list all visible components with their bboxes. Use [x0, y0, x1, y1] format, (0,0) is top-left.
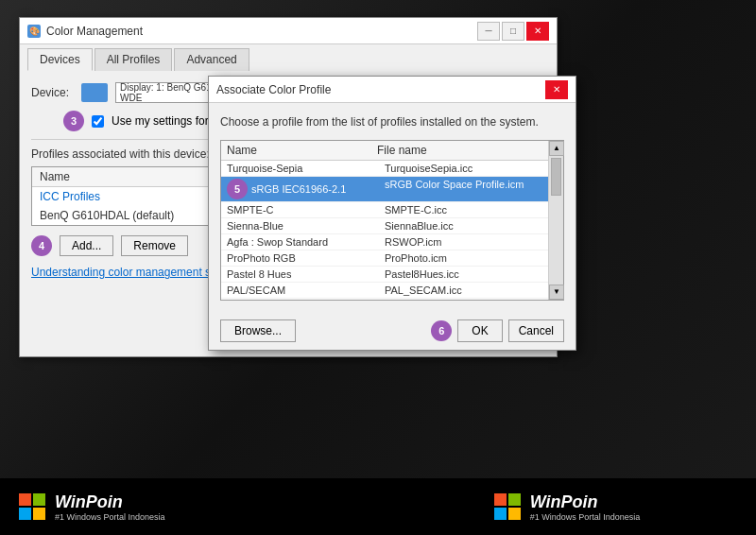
dialog-footer: Browse... 6 OK Cancel: [209, 312, 576, 350]
profile-filename-4: RSWOP.icm: [385, 236, 542, 248]
profile-list-inner: Name File name Turquoise-Sepia Turquoise…: [221, 141, 548, 300]
dialog-title: Associate Color Profile: [216, 83, 545, 96]
profile-filename-2: SMPTE-C.icc: [385, 204, 542, 216]
step-5-badge: 5: [227, 179, 248, 199]
dialog-body: Choose a profile from the list of profil…: [209, 103, 576, 312]
profile-row-0[interactable]: Turquoise-Sepia TurquoiseSepia.icc: [221, 161, 548, 177]
winpoin-bar: WinPoin #1 Windows Portal Indonesia WinP…: [0, 478, 756, 535]
profile-filename-3: SiennaBlue.icc: [385, 220, 542, 232]
profile-name-4: Agfa : Swop Standard: [227, 236, 385, 248]
profile-row-1[interactable]: 5 sRGB IEC61966-2.1 sRGB Color Space Pro…: [221, 177, 548, 202]
profile-row-2[interactable]: SMPTE-C SMPTE-C.icc: [221, 202, 548, 218]
window-icon: [27, 25, 41, 38]
titlebar-controls: ─ □ ✕: [477, 22, 549, 41]
window-title: Color Management: [46, 25, 472, 38]
profile-name-6: Pastel 8 Hues: [227, 268, 385, 280]
associate-color-profile-dialog: Associate Color Profile ✕ Choose a profi…: [208, 76, 576, 351]
cancel-button[interactable]: Cancel: [508, 319, 564, 342]
profile-row-8[interactable]: InternWeb Control (A...) InternWebContro…: [221, 299, 548, 300]
profile-list-wrapper: Name File name Turquoise-Sepia Turquoise…: [220, 140, 564, 301]
step-4-badge: 4: [31, 235, 52, 256]
col-name-header: Name: [227, 144, 377, 157]
scrollbar[interactable]: ▲ ▼: [548, 141, 563, 300]
profile-filename-5: ProPhoto.icm: [385, 252, 542, 264]
step-3-badge: 3: [63, 111, 84, 131]
profile-row-6[interactable]: Pastel 8 Hues Pastel8Hues.icc: [221, 267, 548, 283]
scroll-down-arrow[interactable]: ▼: [549, 285, 564, 300]
window-close-button[interactable]: ✕: [526, 22, 549, 41]
profile-name-5: ProPhoto RGB: [227, 252, 385, 264]
tab-devices[interactable]: Devices: [27, 48, 93, 71]
profile-name-7: PAL/SECAM: [227, 285, 385, 296]
use-my-settings-checkbox[interactable]: [92, 115, 104, 128]
tab-advanced[interactable]: Advanced: [174, 48, 249, 71]
profile-row-4[interactable]: Agfa : Swop Standard RSWOP.icm: [221, 234, 548, 250]
step-6-badge: 6: [431, 320, 452, 341]
profile-row-3[interactable]: Sienna-Blue SiennaBlue.icc: [221, 218, 548, 234]
winpoin-right-brand: WinPoin #1 Windows Portal Indonesia: [378, 492, 756, 522]
profile-name-2: SMPTE-C: [227, 204, 385, 216]
dialog-close-button[interactable]: ✕: [545, 80, 568, 99]
winpoin-text-right: WinPoin #1 Windows Portal Indonesia: [530, 492, 641, 522]
minimize-button[interactable]: ─: [477, 22, 500, 41]
col-filename-header: File name: [377, 144, 527, 157]
profile-filename-6: Pastel8Hues.icc: [385, 268, 542, 280]
winpoin-left-brand: WinPoin #1 Windows Portal Indonesia: [0, 492, 378, 522]
remove-button[interactable]: Remove: [121, 235, 188, 256]
scroll-thumb[interactable]: [551, 158, 561, 196]
profile-name-0: Turquoise-Sepia: [227, 163, 385, 174]
ok-cancel-row: 6 OK Cancel: [431, 319, 564, 342]
profile-row-7[interactable]: PAL/SECAM PAL_SECAM.icc: [221, 283, 548, 299]
dialog-titlebar: Associate Color Profile ✕: [209, 77, 576, 103]
maximize-button[interactable]: □: [502, 22, 524, 41]
profile-row-5[interactable]: ProPhoto RGB ProPhoto.icm: [221, 250, 548, 267]
profile-name-3: Sienna-Blue: [227, 220, 385, 232]
ok-button[interactable]: OK: [457, 319, 502, 342]
profile-list-header: Name File name: [221, 141, 548, 161]
winpoin-logo-icon-left: [19, 493, 45, 520]
profile-name-1: sRGB IEC61966-2.1: [251, 183, 346, 195]
add-button[interactable]: Add...: [60, 235, 113, 256]
browse-button[interactable]: Browse...: [220, 319, 296, 342]
dialog-description: Choose a profile from the list of profil…: [220, 114, 564, 130]
winpoin-text-left: WinPoin #1 Windows Portal Indonesia: [55, 492, 165, 522]
profile-filename-1: sRGB Color Space Profile.icm: [385, 179, 542, 199]
winpoin-logo-icon-right: [494, 493, 521, 520]
profile-filename-0: TurquoiseSepia.icc: [385, 163, 542, 174]
profile-filename-7: PAL_SECAM.icc: [385, 285, 542, 296]
tab-all-profiles[interactable]: All Profiles: [94, 48, 173, 71]
tabs-row: Devices All Profiles Advanced: [20, 44, 557, 71]
scroll-up-arrow[interactable]: ▲: [549, 141, 564, 156]
window-titlebar: Color Management ─ □ ✕: [20, 18, 557, 44]
monitor-icon: [81, 83, 108, 102]
device-label: Device:: [31, 86, 74, 99]
